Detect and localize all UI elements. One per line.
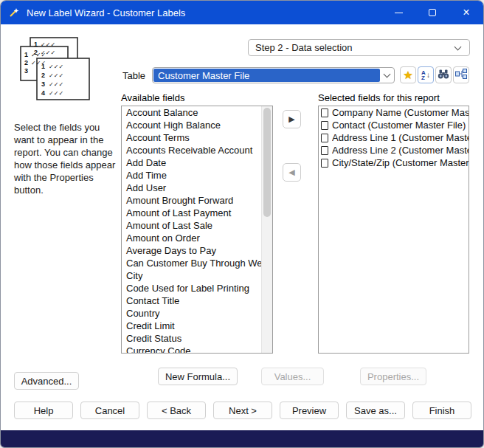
add-field-button[interactable]: ▶ (283, 110, 301, 128)
available-field-label: Contact Title (126, 295, 179, 306)
selected-field-item[interactable]: Address Line 1 (Customer Master File) (319, 131, 469, 144)
find-button[interactable] (435, 66, 452, 83)
available-field-label: Amount of Last Sale (126, 220, 212, 231)
available-field-item[interactable]: Amount of Last Payment (122, 207, 261, 219)
selected-field-item[interactable]: City/State/Zip (Customer Master File) (319, 156, 469, 169)
available-field-label: Credit Limit (126, 320, 175, 331)
dialog-body: Step 2 - Data selection 12 123 1234 ✓✓✓✓… (1, 24, 483, 430)
available-field-item[interactable]: Currency Code (122, 345, 261, 354)
back-button[interactable]: < Back (147, 402, 206, 419)
maximize-button[interactable] (415, 1, 449, 24)
available-field-label: Add User (126, 182, 166, 193)
minimize-button[interactable] (381, 1, 415, 24)
sidebar-description: Select the fields you want to appear in … (14, 121, 116, 196)
step-selector[interactable]: Step 2 - Data selection (248, 39, 470, 56)
cancel-button[interactable]: Cancel (80, 402, 139, 419)
close-button[interactable]: × (449, 1, 483, 24)
field-checkbox[interactable] (321, 146, 328, 155)
available-field-item[interactable]: Credit Status (122, 332, 261, 345)
star-icon: ★ (403, 69, 412, 80)
available-field-label: Average Days to Pay (126, 245, 216, 256)
minimize-icon (395, 13, 403, 13)
properties-button[interactable]: Properties... (360, 368, 426, 385)
available-field-item[interactable]: Add Time (122, 169, 261, 182)
svg-text:1: 1 (34, 41, 38, 48)
favorites-button[interactable]: ★ (400, 66, 416, 83)
field-checkbox[interactable] (321, 159, 328, 168)
window-title: New Label Wizard - Customer Labels (27, 7, 185, 18)
available-field-item[interactable]: Account Terms (122, 131, 261, 144)
table-selector[interactable]: Customer Master File (152, 67, 395, 83)
table-relations-icon (455, 69, 467, 82)
available-fields-label: Available fields (121, 92, 184, 103)
field-checkbox[interactable] (321, 108, 328, 117)
svg-text:3: 3 (24, 67, 28, 75)
binoculars-icon (438, 69, 449, 82)
save-as-button[interactable]: Save as... (346, 402, 405, 419)
field-checkbox[interactable] (321, 134, 328, 142)
available-field-item[interactable]: Add User (122, 182, 261, 194)
new-formula-button[interactable]: New Formula... (158, 368, 238, 385)
selected-field-item[interactable]: Contact (Customer Master File) (319, 119, 469, 131)
svg-text:2: 2 (41, 72, 45, 79)
caption-buttons: × (381, 1, 483, 24)
available-field-item[interactable]: Amount Brought Forward (122, 194, 261, 207)
available-fields-list[interactable]: Account Balance Account High Balance Acc… (121, 106, 273, 354)
available-field-item[interactable]: Account High Balance (122, 119, 261, 131)
available-field-item[interactable]: Amount on Order (122, 232, 261, 244)
preview-button[interactable]: Preview (280, 402, 339, 419)
scrollbar-thumb[interactable] (263, 108, 271, 217)
field-checkbox[interactable] (321, 121, 328, 130)
available-field-item[interactable]: Accounts Receivable Account (122, 144, 261, 156)
next-button[interactable]: Next > (213, 402, 272, 419)
wizard-app-icon (8, 7, 21, 19)
svg-text:3: 3 (41, 80, 45, 88)
advanced-button[interactable]: Advanced... (14, 372, 79, 390)
available-field-item[interactable]: Code Used for Label Printing (122, 282, 261, 294)
svg-text:✓✓✓: ✓✓✓ (49, 81, 63, 88)
available-field-item[interactable]: Contact Title (122, 294, 261, 307)
available-field-item[interactable]: Credit Limit (122, 320, 261, 332)
selected-field-label: Address Line 2 (Customer Master File) (332, 145, 469, 156)
available-field-item[interactable]: Can Customer Buy Through Web (122, 257, 261, 269)
finish-button[interactable]: Finish (412, 402, 471, 419)
selected-field-label: Contact (Customer Master File) (332, 120, 466, 131)
remove-field-button[interactable]: ◀ (283, 163, 301, 182)
maximize-icon (429, 9, 436, 16)
selected-field-item[interactable]: Company Name (Customer Master File) (319, 106, 469, 119)
selected-fields-list[interactable]: Company Name (Customer Master File) Cont… (318, 106, 469, 354)
available-fields-scrollbar[interactable] (261, 106, 272, 353)
available-field-item[interactable]: Account Balance (122, 106, 261, 119)
available-field-item[interactable]: Country (122, 307, 261, 320)
available-field-label: Currency Code (126, 345, 190, 354)
close-icon: × (463, 7, 469, 18)
table-dropdown-button[interactable] (380, 74, 393, 77)
svg-text:2: 2 (24, 59, 28, 66)
available-field-item[interactable]: Amount of Last Sale (122, 219, 261, 232)
selected-field-label: Company Name (Customer Master File) (332, 107, 469, 118)
wizard-window: New Label Wizard - Customer Labels × Ste… (0, 0, 484, 448)
table-selector-value: Customer Master File (153, 69, 380, 82)
table-label: Table (122, 70, 145, 81)
svg-text:✓✓✓: ✓✓✓ (49, 63, 63, 70)
titlebar: New Label Wizard - Customer Labels × (1, 1, 483, 24)
left-arrow-icon: ◀ (288, 168, 294, 177)
available-field-label: Amount of Last Payment (126, 207, 231, 218)
available-field-label: City (126, 270, 142, 281)
available-field-label: Account High Balance (126, 120, 221, 131)
available-field-label: Accounts Receivable Account (126, 145, 252, 156)
available-field-item[interactable]: City (122, 269, 261, 282)
window-bottom-edge (1, 430, 483, 447)
chevron-down-icon (383, 71, 390, 78)
available-field-item[interactable]: Average Days to Pay (122, 244, 261, 257)
available-field-item[interactable]: Add Date (122, 156, 261, 169)
chevron-down-icon (454, 43, 462, 50)
help-button[interactable]: Help (14, 402, 73, 419)
available-field-label: Add Date (126, 157, 166, 168)
selected-field-item[interactable]: Address Line 2 (Customer Master File) (319, 144, 469, 156)
sort-button[interactable]: A Z ↓ (418, 66, 434, 83)
svg-text:✓✓✓: ✓✓✓ (49, 90, 63, 97)
values-button[interactable]: Values... (261, 368, 324, 385)
table-relations-button[interactable] (453, 66, 469, 83)
sort-az-icon: A Z ↓ (421, 70, 430, 80)
